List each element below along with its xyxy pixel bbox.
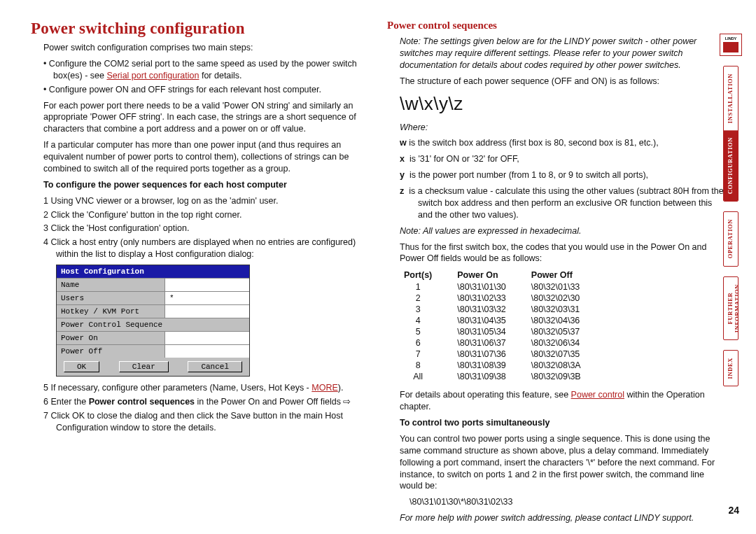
table-row: 5\80\31\05\34\80\32\05\37 <box>400 326 602 337</box>
def-x: x is '31' for ON or '32' for OFF, <box>400 153 728 165</box>
cell-on: \80\31\01\30 <box>453 281 527 293</box>
cell-off: \80\32\07\35 <box>527 349 602 360</box>
cell-off: \80\32\09\3B <box>527 371 602 382</box>
cell-port: 7 <box>400 349 453 360</box>
def-z: z is a checksum value - calculate this u… <box>400 185 728 221</box>
sequence-pattern: \w\x\y\z <box>387 93 728 115</box>
note-text: Note: The settings given below are for t… <box>387 36 728 71</box>
dlg-label: Name <box>57 279 164 291</box>
nav-further-info[interactable]: FURTHER INFORMATION <box>724 277 738 339</box>
cell-on: \80\31\02\33 <box>453 293 527 304</box>
step-item: Enter the Power control sequences in the… <box>43 396 372 408</box>
nav-installation[interactable]: INSTALLATION <box>724 66 738 130</box>
table-row: 1\80\31\01\30\80\32\01\33 <box>400 281 602 293</box>
cell-port: All <box>400 371 453 382</box>
th-on: Power On <box>453 269 527 281</box>
side-nav: INSTALLATION CONFIGURATION OPERATION FUR… <box>722 34 739 386</box>
nav-configuration[interactable]: CONFIGURATION <box>724 130 738 201</box>
cell-off: \80\32\02\30 <box>527 293 602 304</box>
cell-port: 1 <box>400 281 453 293</box>
cell-off: \80\32\05\37 <box>527 326 602 337</box>
page-title: Power switching configuration <box>31 20 372 38</box>
more-link[interactable]: MORE <box>312 383 338 393</box>
table-row: 4\80\31\04\35\80\32\04\36 <box>400 315 602 326</box>
cell-off: \80\32\01\33 <box>527 281 602 293</box>
power-codes-table: Port(s)Power OnPower Off 1\80\31\01\30\8… <box>400 269 602 382</box>
intro-text: Power switch configuration comprises two… <box>31 42 372 54</box>
subhead: To control two ports simultaneously <box>400 418 550 428</box>
example-code: \80\31\01\30\*\80\31\02\33 <box>387 496 728 508</box>
step-item: Click the 'Host configuration' option. <box>43 223 372 234</box>
cell-on: \80\31\07\36 <box>453 349 527 360</box>
body-text: If a particular computer has more than o… <box>31 139 372 175</box>
section-title: Power control sequences <box>387 20 728 31</box>
cell-off: \80\32\08\3A <box>527 360 602 371</box>
page-number: 24 <box>728 505 739 516</box>
dlg-label: Power Control Sequence <box>57 318 249 331</box>
dlg-users-field[interactable]: * <box>164 292 249 304</box>
note-text: Note: All values are expressed in hexade… <box>387 225 728 237</box>
cell-port: 2 <box>400 293 453 304</box>
body-text: You can control two power ports using a … <box>387 433 728 492</box>
dlg-name-field[interactable] <box>164 279 249 291</box>
cell-on: \80\31\09\38 <box>453 371 527 382</box>
bullet-item: Configure the COM2 serial port to the sa… <box>43 58 372 82</box>
nav-operation[interactable]: OPERATION <box>724 212 738 265</box>
cell-on: \80\31\04\35 <box>453 315 527 326</box>
step-item: Click OK to close the dialog and then cl… <box>43 410 372 434</box>
step-item: If necessary, configure other parameters… <box>43 382 372 394</box>
dlg-cancel-button[interactable]: Cancel <box>188 361 242 372</box>
subhead: To configure the power sequences for eac… <box>43 180 287 190</box>
cell-on: \80\31\05\34 <box>453 326 527 337</box>
nav-index[interactable]: INDEX <box>724 351 738 386</box>
cell-port: 4 <box>400 315 453 326</box>
cell-port: 8 <box>400 360 453 371</box>
step-item: Click a host entry (only numbers are dis… <box>43 237 372 260</box>
step-item: Using VNC viewer or a browser, log on as… <box>43 195 372 207</box>
dialog-title: Host Configuration <box>57 265 249 278</box>
table-row: 7\80\31\07\36\80\32\07\35 <box>400 349 602 360</box>
cell-port: 3 <box>400 304 453 315</box>
cell-port: 5 <box>400 326 453 337</box>
body-text: Thus for the first switch box, the codes… <box>387 241 728 265</box>
dlg-ok-button[interactable]: OK <box>64 361 99 372</box>
serial-port-link[interactable]: Serial port configuration <box>106 71 199 80</box>
body-text: For each power port there needs to be a … <box>31 100 372 136</box>
dlg-poweron-field[interactable] <box>164 332 249 344</box>
cell-port: 6 <box>400 337 453 349</box>
table-row: 8\80\31\08\39\80\32\08\3A <box>400 360 602 371</box>
power-control-link[interactable]: Power control <box>571 390 624 400</box>
def-w: w is the switch box address (first box i… <box>400 137 728 149</box>
def-y: y is the power port number (from 1 to 8,… <box>400 169 728 181</box>
cell-on: \80\31\06\37 <box>453 337 527 349</box>
cell-off: \80\32\03\31 <box>527 304 602 315</box>
cell-on: \80\31\03\32 <box>453 304 527 315</box>
dlg-label: Hotkey / KVM Port <box>57 305 164 318</box>
step-item: Click the 'Configure' button in the top … <box>43 209 372 221</box>
cell-off: \80\32\04\36 <box>527 315 602 326</box>
support-note: For more help with power switch addressi… <box>387 512 728 524</box>
dlg-poweroff-field[interactable] <box>164 345 249 358</box>
host-config-dialog: Host Configuration Name Users* Hotkey / … <box>56 265 250 377</box>
table-row: 3\80\31\03\32\80\32\03\31 <box>400 304 602 315</box>
cell-off: \80\32\06\34 <box>527 337 602 349</box>
dlg-label: Power Off <box>57 345 164 358</box>
dlg-hotkey-field[interactable] <box>164 305 249 318</box>
dlg-label: Power On <box>57 332 164 344</box>
table-row: All\80\31\09\38\80\32\09\3B <box>400 371 602 382</box>
th-off: Power Off <box>527 269 602 281</box>
body-text: The structure of each power sequence (OF… <box>387 76 728 87</box>
body-text: For details about operating this feature… <box>387 389 728 413</box>
where-label: Where: <box>400 122 428 132</box>
bullet-item: Configure power ON and OFF strings for e… <box>43 84 372 96</box>
table-row: 6\80\31\06\37\80\32\06\34 <box>400 337 602 349</box>
table-row: 2\80\31\02\33\80\32\02\30 <box>400 293 602 304</box>
cell-on: \80\31\08\39 <box>453 360 527 371</box>
dlg-clear-button[interactable]: Clear <box>119 361 169 372</box>
dlg-label: Users <box>57 292 164 304</box>
th-ports: Port(s) <box>400 269 453 281</box>
lindy-logo <box>720 34 742 56</box>
